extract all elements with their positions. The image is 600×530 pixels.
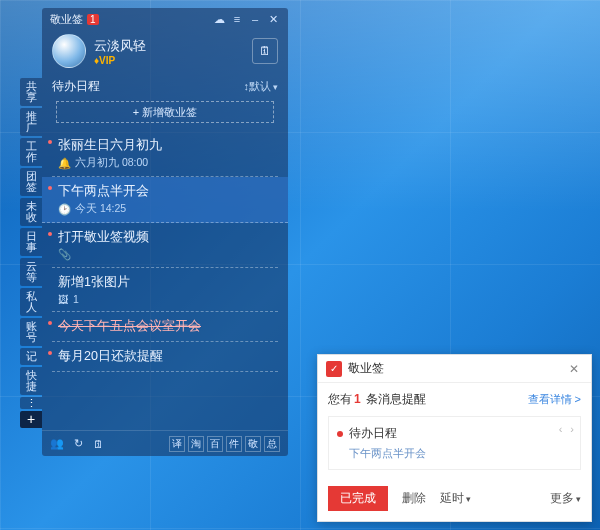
reminder-popup: ✓ 敬业签 ✕ 您有1 条消息提醒 查看详情 > ‹ › 待办日程 下午两点半开…	[317, 354, 592, 522]
summary-text: 您有1 条消息提醒	[328, 391, 426, 408]
app-title: 敬业签	[50, 12, 83, 27]
item-title: 每月20日还款提醒	[58, 348, 276, 365]
category-tabstrip: 共享 推广 工作 团签 未收 日事 云等 私人 账号 记 快捷 ⋮ +	[20, 78, 42, 428]
reminder-card: ‹ › 待办日程 下午两点半开会	[328, 416, 581, 470]
view-details-link[interactable]: 查看详情 >	[528, 392, 581, 407]
item-title: 今天下午五点会议室开会	[58, 318, 276, 335]
side-tab[interactable]: 工作	[20, 138, 42, 166]
side-tab[interactable]: 推广	[20, 108, 42, 136]
side-tab[interactable]: 快捷	[20, 367, 42, 395]
item-title: 新增1张图片	[58, 274, 276, 291]
bell-icon: 🔔	[58, 157, 71, 170]
side-tab[interactable]: 日事	[20, 228, 42, 256]
card-pager: ‹ ›	[559, 423, 574, 435]
sync-icon[interactable]: ☁	[212, 12, 226, 26]
clock-icon: 🕑	[58, 203, 71, 216]
delete-button[interactable]: 删除	[402, 490, 426, 507]
tool-pill[interactable]: 百	[207, 436, 223, 452]
menu-icon[interactable]: ≡	[230, 12, 244, 26]
vip-badge: ♦VIP	[94, 55, 146, 66]
popup-title: 敬业签	[348, 360, 384, 377]
refresh-icon[interactable]: ↻	[74, 437, 83, 450]
status-dot-icon	[48, 186, 52, 190]
add-note-button[interactable]: + 新增敬业签	[56, 101, 274, 123]
card-subtitle: 下午两点半开会	[349, 446, 572, 461]
status-dot-icon	[48, 321, 52, 325]
titlebar: 敬业签 1 ☁ ≡ – ✕	[42, 8, 288, 30]
side-tab[interactable]: 私人	[20, 288, 42, 316]
close-icon[interactable]: ✕	[266, 12, 280, 26]
side-tab[interactable]: 团签	[20, 168, 42, 196]
minimize-icon[interactable]: –	[248, 12, 262, 26]
sort-dropdown[interactable]: ↕默认▾	[244, 79, 279, 94]
notif-badge[interactable]: 1	[87, 14, 99, 25]
status-dot-icon	[48, 140, 52, 144]
popup-close-icon[interactable]: ✕	[565, 362, 583, 376]
more-dropdown[interactable]: 更多▾	[550, 490, 581, 507]
calendar-icon[interactable]: 🗓	[252, 38, 278, 64]
side-tab[interactable]: 共享	[20, 78, 42, 106]
avatar[interactable]	[52, 34, 86, 68]
list-item[interactable]: 每月20日还款提醒	[52, 342, 278, 372]
user-row: 云淡风轻 ♦VIP 🗓	[42, 30, 288, 76]
tool-pill[interactable]: 译	[169, 436, 185, 452]
status-dot-icon	[48, 351, 52, 355]
tool-pill[interactable]: 件	[226, 436, 242, 452]
contacts-icon[interactable]: 👥	[50, 437, 64, 450]
side-tab[interactable]: 记	[20, 348, 42, 365]
image-icon: 🖼	[58, 293, 69, 305]
card-title: 待办日程	[349, 426, 397, 440]
list-item[interactable]: 打开敬业签视频 📎	[52, 223, 278, 268]
tool-pill[interactable]: 淘	[188, 436, 204, 452]
calendar-small-icon[interactable]: 🗓	[93, 438, 104, 450]
status-dot-icon	[337, 431, 343, 437]
note-list: 张丽生日六月初九 🔔六月初九 08:00 下午两点半开会 🕑今天 14:25 打…	[42, 131, 288, 372]
main-panel: 敬业签 1 ☁ ≡ – ✕ 云淡风轻 ♦VIP 🗓 待办日程 ↕默认▾ + 新增…	[42, 8, 288, 456]
next-icon[interactable]: ›	[570, 423, 574, 435]
delay-dropdown[interactable]: 延时▾	[440, 490, 471, 507]
prev-icon[interactable]: ‹	[559, 423, 563, 435]
bottom-toolbar: 👥 ↻ 🗓 译 淘 百 件 敬 总	[42, 430, 288, 456]
done-button[interactable]: 已完成	[328, 486, 388, 511]
tab-todo[interactable]: 待办日程	[52, 78, 100, 95]
paperclip-icon: 📎	[58, 248, 71, 261]
add-tab-button[interactable]: +	[20, 411, 42, 428]
side-tab[interactable]: 账号	[20, 318, 42, 346]
more-tabs-icon[interactable]: ⋮	[20, 397, 42, 409]
popup-header: ✓ 敬业签 ✕	[318, 355, 591, 383]
side-tab[interactable]: 云等	[20, 258, 42, 286]
status-dot-icon	[48, 232, 52, 236]
app-logo-icon: ✓	[326, 361, 342, 377]
list-item[interactable]: 下午两点半开会 🕑今天 14:25	[42, 177, 288, 223]
side-tab[interactable]: 未收	[20, 198, 42, 226]
item-title: 下午两点半开会	[58, 183, 278, 200]
tool-pill[interactable]: 敬	[245, 436, 261, 452]
list-item[interactable]: 新增1张图片 🖼1	[52, 268, 278, 312]
list-item[interactable]: 张丽生日六月初九 🔔六月初九 08:00	[52, 131, 278, 177]
tool-pill[interactable]: 总	[264, 436, 280, 452]
item-title: 打开敬业签视频	[58, 229, 276, 246]
item-title: 张丽生日六月初九	[58, 137, 276, 154]
username: 云淡风轻	[94, 37, 146, 55]
list-item[interactable]: 今天下午五点会议室开会	[52, 312, 278, 342]
